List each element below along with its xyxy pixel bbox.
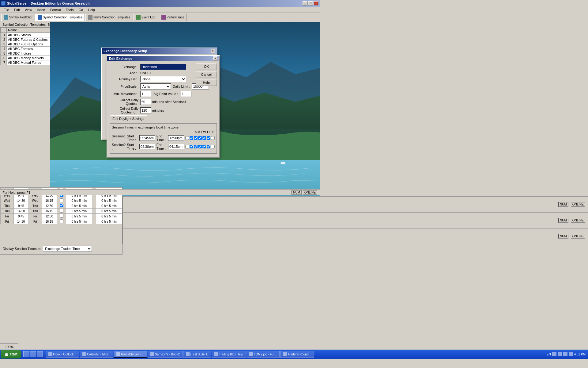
symbol-portfolio-label: Symbol Portfolio [9, 16, 32, 19]
ie-icon[interactable] [23, 351, 29, 357]
collectdaily-row: Collect Daily Quotes : minutes after Ses… [110, 98, 217, 105]
collectdailyfor-input[interactable] [140, 107, 151, 113]
performance-label: Performance [167, 16, 184, 19]
app-title: GlobalServer - Desktop Edition by Omega … [7, 2, 90, 5]
s2-fri[interactable] [207, 145, 210, 148]
taskbar-samson[interactable]: Samson's - Book2 [148, 351, 183, 358]
taskbar-tqm2[interactable]: TQM2.jpg - Fut... [247, 351, 280, 358]
s2-thu[interactable] [202, 145, 206, 148]
s1-sun[interactable] [185, 136, 189, 140]
online-badge-2: ONLINE [571, 218, 585, 223]
menu-insert[interactable]: Insert [34, 7, 48, 12]
exchange-input[interactable] [140, 64, 186, 70]
sc1: Fri [1, 219, 14, 224]
event-log-btn[interactable]: Event Log [134, 14, 158, 21]
edit-dialog-close-btn[interactable]: × [213, 56, 217, 61]
performance-btn[interactable]: Performance [159, 14, 187, 21]
taskbar-tradingblox[interactable]: Trading Blox Help [212, 351, 246, 358]
menu-go[interactable]: Go [76, 7, 85, 12]
symbol-collection-btn[interactable]: Symbol Collection Templates [35, 14, 85, 21]
sh2: 0 hrs 5 min [96, 203, 122, 209]
taskbar-calendar[interactable]: Calendar - Micr... [80, 351, 113, 358]
symbol-portfolio-btn[interactable]: Symbol Portfolio [1, 14, 34, 21]
cancel-button[interactable]: Cancel [196, 71, 217, 78]
collectdaily-input[interactable] [140, 99, 151, 105]
status-text: For Help, press F1 [2, 191, 30, 194]
pricescale-select[interactable]: As Is [140, 83, 171, 90]
session1-start-input[interactable] [139, 135, 155, 141]
news-collection-btn[interactable]: News Collection Templates [85, 14, 133, 21]
dict-dialog-close-btn[interactable]: × [211, 49, 215, 53]
bigpoint-label: Big Point Value : [151, 92, 181, 96]
event-icon [136, 15, 141, 20]
s2-sat[interactable] [211, 145, 215, 148]
num-badge: NUM [292, 190, 302, 195]
sc2: Thu [28, 203, 42, 209]
help-button[interactable]: Help [196, 79, 217, 86]
symbol-collection-label: Symbol Collection Templates [43, 16, 82, 19]
chk6[interactable] [60, 214, 63, 218]
sh1: 0 hrs 5 min [66, 219, 92, 224]
menu-file[interactable]: File [1, 7, 12, 12]
session2-start-input[interactable] [139, 144, 155, 149]
s1-tue[interactable] [194, 136, 198, 140]
globalserver-icon [116, 352, 120, 356]
display-select[interactable]: Exchange Traded Time Local Time [43, 246, 92, 252]
row-num-4: 4 [1, 47, 7, 51]
inbox-label: Inbox - Outlook... [53, 353, 76, 356]
bigpoint-input[interactable] [181, 91, 191, 97]
edit-daylight-button[interactable]: Edit Daylight Savings [110, 115, 147, 122]
s2-tue[interactable] [194, 145, 198, 148]
session1-end-input[interactable] [168, 135, 184, 141]
menu-edit[interactable]: Edit [12, 7, 22, 12]
session1-days [185, 136, 215, 140]
session-panel: Tue 14:30 Tue 16:15 0 hrs 5 min 0 hrs 5 … [0, 187, 123, 255]
menu-view[interactable]: View [22, 7, 35, 12]
s2-mon[interactable] [190, 145, 193, 148]
s1-fri[interactable] [207, 136, 210, 140]
start-icon: ⊞ [5, 352, 8, 357]
taskbar-inbox[interactable]: Inbox - Outlook... [46, 351, 79, 358]
chk3[interactable] [60, 198, 63, 202]
media-icon[interactable] [37, 351, 43, 357]
num-badge-1: NUM [558, 202, 568, 207]
status-panel-3: NUM ONLINE [123, 228, 588, 244]
s1-thu[interactable] [202, 136, 206, 140]
daylight-row: Edit Daylight Savings [110, 115, 217, 122]
day-headers: S M T W T F S [194, 130, 215, 134]
taskbar-testsuite[interactable]: [Test Suite 1] [183, 351, 211, 358]
exchange-label: Exchange : [110, 65, 140, 69]
day-s1: S [194, 130, 197, 134]
sc2: Wed [28, 198, 42, 203]
s1-wed[interactable] [198, 136, 202, 140]
trader-icon [283, 352, 287, 356]
sh1: 0 hrs 5 min [66, 198, 92, 203]
close-button[interactable]: × [314, 1, 318, 6]
minmovement-input[interactable] [140, 91, 151, 97]
collectdailyfor-row: Collect Daily Quotes for : minutes [110, 107, 217, 114]
s1-mon[interactable] [190, 136, 193, 140]
s1-sat[interactable] [211, 136, 215, 140]
s2-wed[interactable] [198, 145, 202, 148]
session2-end-input[interactable] [168, 144, 184, 149]
s2-sun[interactable] [185, 145, 189, 148]
taskbar-trader[interactable]: Trader's Round... [280, 351, 314, 358]
chk5[interactable] [60, 209, 63, 213]
taskbar-globalserver[interactable]: GlobalServer - ... [114, 351, 147, 358]
chk4[interactable] [60, 204, 63, 207]
explorer-icon[interactable] [30, 351, 36, 357]
maximize-button[interactable]: □ [308, 1, 313, 6]
holiday-select[interactable]: None [140, 76, 186, 82]
session1-start-label: Start Time : [126, 134, 139, 142]
start-button[interactable]: ⊞ start [1, 350, 21, 358]
menu-tools[interactable]: Tools [63, 7, 76, 12]
menu-format[interactable]: Format [48, 7, 63, 12]
chk7[interactable] [60, 219, 63, 223]
online-badge-3: ONLINE [571, 234, 585, 239]
testsuite-icon [186, 352, 190, 356]
samson-icon [150, 352, 154, 356]
menu-help[interactable]: Help [85, 7, 97, 12]
ok-button[interactable]: OK [196, 63, 217, 70]
minimize-button[interactable]: _ [303, 1, 307, 6]
collectdailyfor-label: Collect Daily Quotes for : [110, 107, 140, 114]
